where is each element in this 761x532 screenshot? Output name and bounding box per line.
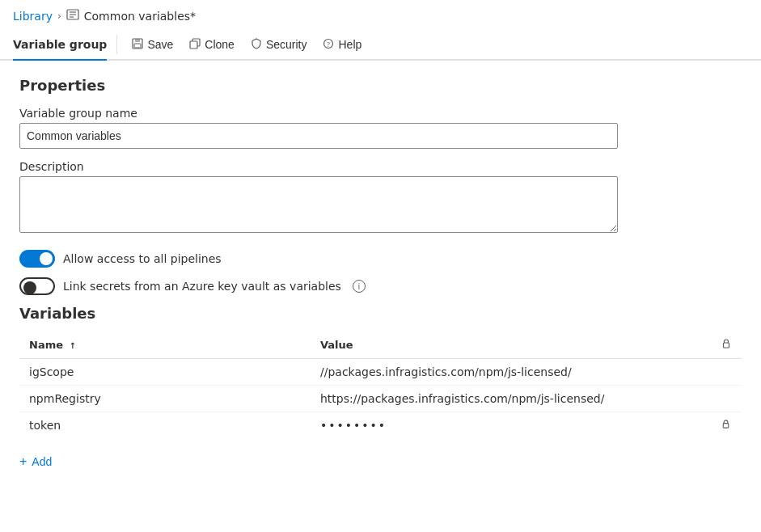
- col-header-name: Name ↑: [19, 331, 311, 359]
- security-button[interactable]: Security: [243, 32, 315, 58]
- svg-rect-6: [134, 44, 141, 48]
- toggle-pipelines-track: [19, 250, 55, 268]
- variables-title: Variables: [19, 305, 742, 322]
- breadcrumb: Library › Common variables*: [0, 0, 761, 30]
- description-input[interactable]: [19, 176, 618, 233]
- breadcrumb-current: Common variables*: [84, 10, 196, 23]
- add-variable-button[interactable]: + Add: [19, 451, 52, 472]
- variables-table: Name ↑ Value: [19, 331, 742, 438]
- toggle-pipelines[interactable]: [19, 250, 55, 268]
- variable-group-icon: [66, 8, 79, 23]
- toggle-vault-thumb: [23, 281, 36, 294]
- var-value-token: ••••••••: [311, 412, 711, 439]
- add-icon: +: [19, 454, 27, 469]
- col-header-value: Value: [311, 331, 711, 359]
- variables-header-row: Name ↑ Value: [19, 331, 742, 359]
- save-icon: [132, 38, 143, 52]
- tab-variable-group-label: Variable group: [13, 38, 107, 51]
- svg-rect-8: [190, 41, 197, 49]
- add-label: Add: [32, 455, 52, 468]
- name-input[interactable]: [19, 123, 618, 149]
- breadcrumb-library-link[interactable]: Library: [13, 10, 53, 23]
- save-label: Save: [147, 38, 173, 51]
- toggle-vault-label: Link secrets from an Azure key vault as …: [63, 280, 341, 293]
- svg-rect-12: [723, 424, 729, 429]
- clone-icon: [189, 38, 201, 52]
- var-name-npmregistry: npmRegistry: [19, 386, 311, 412]
- toolbar-divider-1: [116, 35, 117, 54]
- secret-dots: ••••••••: [320, 419, 387, 432]
- toggle-vault[interactable]: [19, 277, 55, 295]
- lock-icon: [721, 419, 731, 432]
- var-name-token: token: [19, 412, 311, 439]
- svg-rect-5: [135, 39, 140, 42]
- properties-title: Properties: [19, 77, 742, 94]
- vault-info-icon[interactable]: i: [353, 280, 366, 293]
- var-value-npmregistry: https://packages.infragistics.com/npm/js…: [311, 386, 711, 412]
- variables-table-header: Name ↑ Value: [19, 331, 742, 359]
- tab-variable-group[interactable]: Variable group: [13, 30, 107, 61]
- clone-button[interactable]: Clone: [181, 32, 243, 58]
- help-label: Help: [338, 38, 361, 51]
- main-content: Properties Variable group name Descripti…: [0, 61, 761, 488]
- svg-text:?: ?: [327, 40, 330, 49]
- security-label: Security: [266, 38, 307, 51]
- variables-section: Variables Name ↑ Value: [19, 305, 742, 472]
- var-value-igscope: //packages.infragistics.com/npm/js-licen…: [311, 359, 711, 386]
- sort-icon[interactable]: ↑: [70, 341, 76, 350]
- clone-label: Clone: [205, 38, 235, 51]
- variables-table-body: igScope //packages.infragistics.com/npm/…: [19, 359, 742, 439]
- help-icon: ?: [323, 38, 334, 52]
- var-lock-npmregistry: [711, 386, 742, 412]
- save-button[interactable]: Save: [124, 32, 181, 58]
- var-name-igscope: igScope: [19, 359, 311, 386]
- toggle-pipelines-row: Allow access to all pipelines: [19, 250, 742, 268]
- table-row: igScope //packages.infragistics.com/npm/…: [19, 359, 742, 386]
- col-header-lock: [711, 331, 742, 359]
- var-lock-token: [711, 412, 742, 439]
- toggle-pipelines-label: Allow access to all pipelines: [63, 252, 222, 265]
- table-row: npmRegistry https://packages.infragistic…: [19, 386, 742, 412]
- properties-section: Properties Variable group name Descripti…: [19, 77, 742, 295]
- name-field-label: Variable group name: [19, 107, 742, 120]
- table-row: token ••••••••: [19, 412, 742, 439]
- description-field-label: Description: [19, 160, 742, 173]
- toggle-vault-track: [19, 277, 55, 295]
- help-button[interactable]: ? Help: [315, 32, 370, 58]
- toggle-vault-row: Link secrets from an Azure key vault as …: [19, 277, 742, 295]
- toolbar: Variable group Save Clone Security: [0, 30, 761, 61]
- breadcrumb-separator: ›: [57, 11, 61, 22]
- security-icon: [251, 38, 262, 52]
- var-lock-igscope: [711, 359, 742, 386]
- toggle-pipelines-thumb: [40, 252, 53, 265]
- svg-rect-11: [724, 343, 729, 348]
- lock-header-icon: [721, 339, 732, 352]
